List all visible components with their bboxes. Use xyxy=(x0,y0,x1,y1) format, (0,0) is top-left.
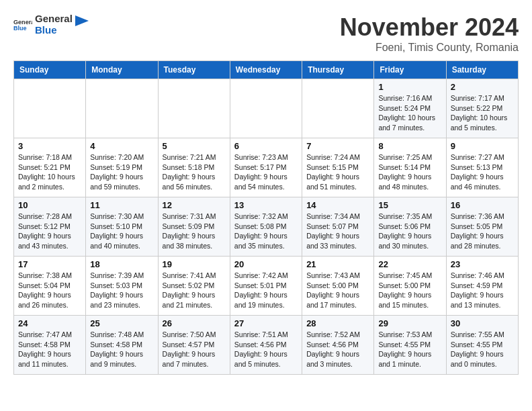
calendar-cell: 16Sunrise: 7:36 AM Sunset: 5:05 PM Dayli… xyxy=(446,197,518,257)
day-info: Sunrise: 7:25 AM Sunset: 5:14 PM Dayligh… xyxy=(378,152,441,192)
weekday-header-thursday: Thursday xyxy=(302,61,374,79)
day-info: Sunrise: 7:16 AM Sunset: 5:24 PM Dayligh… xyxy=(378,93,441,133)
weekday-header-sunday: Sunday xyxy=(14,61,86,79)
weekday-header-tuesday: Tuesday xyxy=(158,61,230,79)
calendar-week-3: 10Sunrise: 7:28 AM Sunset: 5:12 PM Dayli… xyxy=(14,197,519,257)
calendar-cell: 5Sunrise: 7:21 AM Sunset: 5:18 PM Daylig… xyxy=(158,138,230,197)
day-number: 13 xyxy=(234,200,298,210)
day-info: Sunrise: 7:38 AM Sunset: 5:04 PM Dayligh… xyxy=(18,271,81,310)
weekday-header-saturday: Saturday xyxy=(446,61,518,79)
day-number: 23 xyxy=(451,259,514,269)
day-number: 20 xyxy=(234,259,298,269)
calendar-cell: 9Sunrise: 7:27 AM Sunset: 5:13 PM Daylig… xyxy=(446,138,518,197)
day-info: Sunrise: 7:48 AM Sunset: 4:58 PM Dayligh… xyxy=(90,330,153,369)
calendar-body: 1Sunrise: 7:16 AM Sunset: 5:24 PM Daylig… xyxy=(14,79,519,375)
header: General Blue General Blue November 2024 … xyxy=(13,13,519,54)
day-info: Sunrise: 7:41 AM Sunset: 5:02 PM Dayligh… xyxy=(163,271,226,310)
calendar-cell xyxy=(86,79,158,138)
day-number: 1 xyxy=(378,82,441,92)
day-number: 29 xyxy=(378,318,441,328)
svg-text:Blue: Blue xyxy=(13,25,27,32)
day-number: 28 xyxy=(306,318,369,328)
day-number: 5 xyxy=(163,141,226,151)
calendar-cell: 8Sunrise: 7:25 AM Sunset: 5:14 PM Daylig… xyxy=(374,138,446,197)
calendar-cell: 4Sunrise: 7:20 AM Sunset: 5:19 PM Daylig… xyxy=(86,138,158,197)
day-info: Sunrise: 7:46 AM Sunset: 4:59 PM Dayligh… xyxy=(451,271,514,310)
calendar-cell: 2Sunrise: 7:17 AM Sunset: 5:22 PM Daylig… xyxy=(446,79,518,138)
day-number: 12 xyxy=(163,200,226,210)
calendar-cell: 29Sunrise: 7:53 AM Sunset: 4:55 PM Dayli… xyxy=(374,316,446,375)
weekday-header-monday: Monday xyxy=(86,61,158,79)
day-number: 25 xyxy=(90,318,153,328)
day-number: 2 xyxy=(451,82,514,92)
day-number: 8 xyxy=(378,141,441,151)
calendar-cell: 7Sunrise: 7:24 AM Sunset: 5:15 PM Daylig… xyxy=(302,138,374,197)
day-number: 16 xyxy=(451,200,514,210)
day-info: Sunrise: 7:51 AM Sunset: 4:56 PM Dayligh… xyxy=(234,330,298,369)
day-info: Sunrise: 7:42 AM Sunset: 5:01 PM Dayligh… xyxy=(234,271,298,310)
day-info: Sunrise: 7:53 AM Sunset: 4:55 PM Dayligh… xyxy=(378,330,441,369)
calendar-header: SundayMondayTuesdayWednesdayThursdayFrid… xyxy=(14,61,519,79)
day-info: Sunrise: 7:35 AM Sunset: 5:06 PM Dayligh… xyxy=(378,212,441,251)
calendar-week-5: 24Sunrise: 7:47 AM Sunset: 4:58 PM Dayli… xyxy=(14,316,519,375)
calendar-cell: 23Sunrise: 7:46 AM Sunset: 4:59 PM Dayli… xyxy=(446,257,518,316)
day-info: Sunrise: 7:27 AM Sunset: 5:13 PM Dayligh… xyxy=(451,152,514,192)
day-number: 3 xyxy=(18,141,81,151)
day-info: Sunrise: 7:34 AM Sunset: 5:07 PM Dayligh… xyxy=(306,212,369,251)
day-number: 4 xyxy=(90,141,153,151)
calendar-cell: 11Sunrise: 7:30 AM Sunset: 5:10 PM Dayli… xyxy=(86,197,158,257)
calendar-week-4: 17Sunrise: 7:38 AM Sunset: 5:04 PM Dayli… xyxy=(14,257,519,316)
calendar-cell: 22Sunrise: 7:45 AM Sunset: 5:00 PM Dayli… xyxy=(374,257,446,316)
title-section: November 2024 Foeni, Timis County, Roman… xyxy=(340,13,519,54)
weekday-header-row: SundayMondayTuesdayWednesdayThursdayFrid… xyxy=(14,61,519,79)
day-number: 11 xyxy=(90,200,153,210)
logo-general: General xyxy=(35,13,73,25)
calendar-cell: 1Sunrise: 7:16 AM Sunset: 5:24 PM Daylig… xyxy=(374,79,446,138)
day-info: Sunrise: 7:28 AM Sunset: 5:12 PM Dayligh… xyxy=(18,212,81,251)
calendar-cell xyxy=(158,79,230,138)
day-number: 17 xyxy=(18,259,81,269)
calendar-cell: 30Sunrise: 7:55 AM Sunset: 4:55 PM Dayli… xyxy=(446,316,518,375)
calendar-week-1: 1Sunrise: 7:16 AM Sunset: 5:24 PM Daylig… xyxy=(14,79,519,138)
day-info: Sunrise: 7:45 AM Sunset: 5:00 PM Dayligh… xyxy=(378,271,441,310)
day-number: 14 xyxy=(306,200,369,210)
calendar-cell: 25Sunrise: 7:48 AM Sunset: 4:58 PM Dayli… xyxy=(86,316,158,375)
calendar-cell: 3Sunrise: 7:18 AM Sunset: 5:21 PM Daylig… xyxy=(14,138,86,197)
day-number: 6 xyxy=(234,141,298,151)
calendar-cell: 6Sunrise: 7:23 AM Sunset: 5:17 PM Daylig… xyxy=(230,138,302,197)
calendar-cell: 12Sunrise: 7:31 AM Sunset: 5:09 PM Dayli… xyxy=(158,197,230,257)
day-info: Sunrise: 7:39 AM Sunset: 5:03 PM Dayligh… xyxy=(90,271,153,310)
day-info: Sunrise: 7:18 AM Sunset: 5:21 PM Dayligh… xyxy=(18,152,81,192)
svg-text:General: General xyxy=(13,18,32,25)
day-number: 24 xyxy=(18,318,81,328)
day-number: 19 xyxy=(163,259,226,269)
day-info: Sunrise: 7:23 AM Sunset: 5:17 PM Dayligh… xyxy=(234,152,298,192)
weekday-header-wednesday: Wednesday xyxy=(230,61,302,79)
day-info: Sunrise: 7:50 AM Sunset: 4:57 PM Dayligh… xyxy=(163,330,226,369)
month-title: November 2024 xyxy=(340,13,519,42)
calendar-cell: 19Sunrise: 7:41 AM Sunset: 5:02 PM Dayli… xyxy=(158,257,230,316)
calendar-cell: 15Sunrise: 7:35 AM Sunset: 5:06 PM Dayli… xyxy=(374,197,446,257)
day-info: Sunrise: 7:17 AM Sunset: 5:22 PM Dayligh… xyxy=(451,93,514,133)
location: Foeni, Timis County, Romania xyxy=(340,42,519,54)
day-number: 30 xyxy=(451,318,514,328)
weekday-header-friday: Friday xyxy=(374,61,446,79)
calendar-cell xyxy=(302,79,374,138)
calendar-cell: 17Sunrise: 7:38 AM Sunset: 5:04 PM Dayli… xyxy=(14,257,86,316)
calendar-cell: 13Sunrise: 7:32 AM Sunset: 5:08 PM Dayli… xyxy=(230,197,302,257)
calendar-cell: 10Sunrise: 7:28 AM Sunset: 5:12 PM Dayli… xyxy=(14,197,86,257)
calendar-cell: 24Sunrise: 7:47 AM Sunset: 4:58 PM Dayli… xyxy=(14,316,86,375)
logo-blue: Blue xyxy=(35,25,73,36)
day-info: Sunrise: 7:47 AM Sunset: 4:58 PM Dayligh… xyxy=(18,330,81,369)
flag-icon xyxy=(75,15,89,34)
calendar-cell: 28Sunrise: 7:52 AM Sunset: 4:56 PM Dayli… xyxy=(302,316,374,375)
calendar-table: SundayMondayTuesdayWednesdayThursdayFrid… xyxy=(13,60,519,375)
calendar-cell: 26Sunrise: 7:50 AM Sunset: 4:57 PM Dayli… xyxy=(158,316,230,375)
calendar-cell: 14Sunrise: 7:34 AM Sunset: 5:07 PM Dayli… xyxy=(302,197,374,257)
day-number: 9 xyxy=(451,141,514,151)
logo-icon: General Blue xyxy=(13,15,32,34)
day-info: Sunrise: 7:31 AM Sunset: 5:09 PM Dayligh… xyxy=(163,212,226,251)
day-info: Sunrise: 7:30 AM Sunset: 5:10 PM Dayligh… xyxy=(90,212,153,251)
day-info: Sunrise: 7:52 AM Sunset: 4:56 PM Dayligh… xyxy=(306,330,369,369)
calendar-cell xyxy=(230,79,302,138)
